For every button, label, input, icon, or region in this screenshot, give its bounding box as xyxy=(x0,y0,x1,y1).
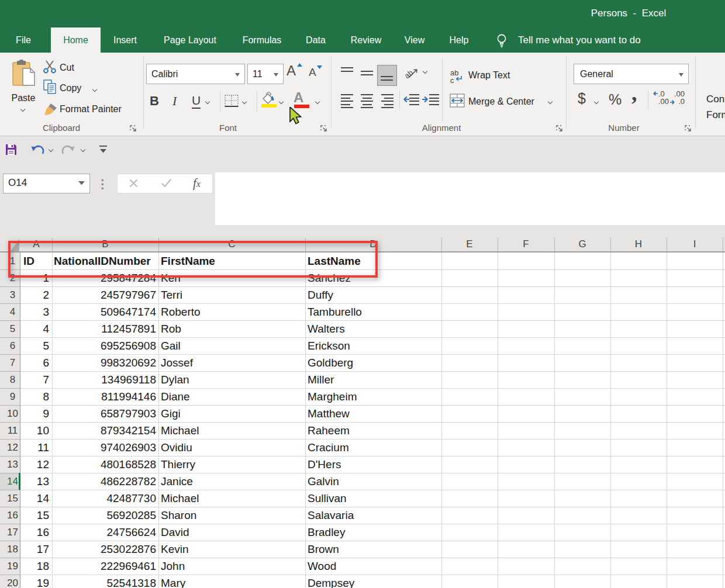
svg-text:c: c xyxy=(450,76,454,84)
svg-text:ab: ab xyxy=(405,68,415,80)
